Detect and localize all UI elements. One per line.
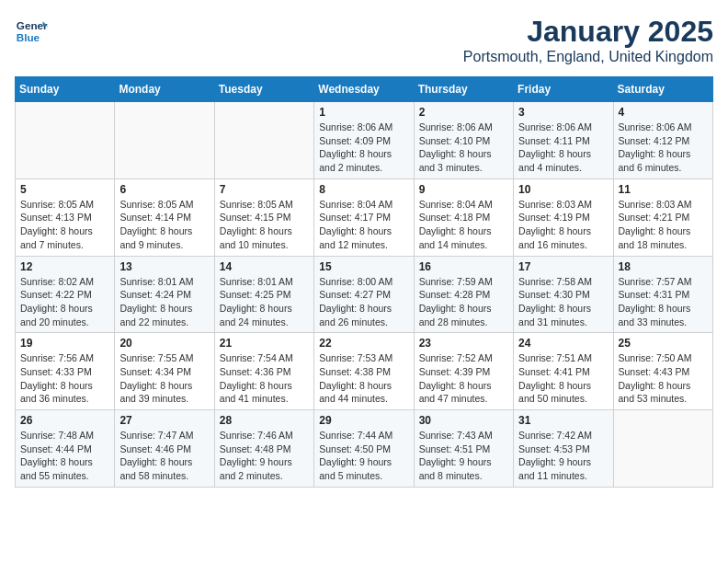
day-info: Sunrise: 8:05 AM Sunset: 4:14 PM Dayligh…	[119, 198, 209, 252]
day-info: Sunrise: 8:02 AM Sunset: 4:22 PM Dayligh…	[20, 275, 109, 329]
table-row: 1Sunrise: 8:06 AM Sunset: 4:09 PM Daylig…	[314, 102, 414, 179]
day-number: 6	[119, 183, 209, 196]
day-number: 10	[518, 183, 608, 196]
table-row: 18Sunrise: 7:57 AM Sunset: 4:31 PM Dayli…	[613, 256, 712, 333]
table-row: 24Sunrise: 7:51 AM Sunset: 4:41 PM Dayli…	[514, 333, 613, 410]
calendar-week-row: 5Sunrise: 8:05 AM Sunset: 4:13 PM Daylig…	[16, 178, 713, 256]
table-row: 14Sunrise: 8:01 AM Sunset: 4:25 PM Dayli…	[214, 256, 313, 333]
day-info: Sunrise: 7:42 AM Sunset: 4:53 PM Dayligh…	[518, 429, 608, 483]
day-number: 12	[20, 260, 109, 273]
table-row: 11Sunrise: 8:03 AM Sunset: 4:21 PM Dayli…	[613, 178, 712, 256]
day-number: 27	[119, 414, 209, 427]
table-row: 2Sunrise: 8:06 AM Sunset: 4:10 PM Daylig…	[414, 102, 513, 179]
month-title: January 2025	[463, 15, 713, 49]
day-info: Sunrise: 8:03 AM Sunset: 4:21 PM Dayligh…	[619, 198, 708, 252]
day-number: 28	[220, 414, 309, 427]
table-row: 6Sunrise: 8:05 AM Sunset: 4:14 PM Daylig…	[115, 178, 214, 256]
day-info: Sunrise: 7:53 AM Sunset: 4:38 PM Dayligh…	[319, 351, 408, 406]
day-number: 18	[619, 260, 708, 273]
day-info: Sunrise: 8:00 AM Sunset: 4:27 PM Dayligh…	[319, 275, 408, 329]
col-friday: Friday	[514, 77, 613, 102]
table-row: 31Sunrise: 7:42 AM Sunset: 4:53 PM Dayli…	[514, 410, 613, 488]
table-row: 15Sunrise: 8:00 AM Sunset: 4:27 PM Dayli…	[314, 256, 414, 333]
table-row: 4Sunrise: 8:06 AM Sunset: 4:12 PM Daylig…	[613, 102, 712, 179]
day-number: 13	[119, 260, 209, 273]
day-number: 1	[319, 106, 408, 119]
day-number: 17	[518, 260, 608, 273]
table-row: 27Sunrise: 7:47 AM Sunset: 4:46 PM Dayli…	[115, 410, 214, 488]
day-number: 19	[20, 337, 109, 350]
day-info: Sunrise: 8:04 AM Sunset: 4:18 PM Dayligh…	[419, 198, 508, 252]
calendar-table: Sunday Monday Tuesday Wednesday Thursday…	[15, 76, 713, 488]
day-number: 24	[518, 337, 608, 350]
day-number: 16	[419, 260, 508, 273]
day-info: Sunrise: 7:46 AM Sunset: 4:48 PM Dayligh…	[220, 429, 309, 483]
day-info: Sunrise: 7:52 AM Sunset: 4:39 PM Dayligh…	[419, 351, 508, 406]
day-info: Sunrise: 7:57 AM Sunset: 4:31 PM Dayligh…	[619, 275, 708, 329]
day-number: 29	[319, 414, 408, 427]
day-number: 26	[20, 414, 109, 427]
svg-text:Blue: Blue	[17, 31, 40, 43]
table-row: 17Sunrise: 7:58 AM Sunset: 4:30 PM Dayli…	[514, 256, 613, 333]
day-number: 15	[319, 260, 408, 273]
title-area: January 2025 Portsmouth, England, United…	[463, 15, 713, 65]
table-row: 12Sunrise: 8:02 AM Sunset: 4:22 PM Dayli…	[16, 256, 115, 333]
day-number: 4	[619, 106, 708, 119]
day-info: Sunrise: 7:44 AM Sunset: 4:50 PM Dayligh…	[319, 429, 408, 483]
day-number: 5	[20, 183, 109, 196]
day-number: 21	[220, 337, 309, 350]
day-info: Sunrise: 7:43 AM Sunset: 4:51 PM Dayligh…	[419, 429, 508, 483]
day-info: Sunrise: 7:56 AM Sunset: 4:33 PM Dayligh…	[20, 351, 109, 406]
table-row: 10Sunrise: 8:03 AM Sunset: 4:19 PM Dayli…	[514, 178, 613, 256]
table-row: 5Sunrise: 8:05 AM Sunset: 4:13 PM Daylig…	[16, 178, 115, 256]
day-number: 3	[518, 106, 608, 119]
logo-icon: General Blue	[15, 15, 48, 48]
day-number: 2	[419, 106, 508, 119]
calendar-header-row: Sunday Monday Tuesday Wednesday Thursday…	[16, 77, 713, 102]
calendar-week-row: 19Sunrise: 7:56 AM Sunset: 4:33 PM Dayli…	[16, 333, 713, 410]
day-number: 11	[619, 183, 708, 196]
day-number: 22	[319, 337, 408, 350]
table-row: 25Sunrise: 7:50 AM Sunset: 4:43 PM Dayli…	[613, 333, 712, 410]
table-row: 9Sunrise: 8:04 AM Sunset: 4:18 PM Daylig…	[414, 178, 513, 256]
day-info: Sunrise: 7:58 AM Sunset: 4:30 PM Dayligh…	[518, 275, 608, 329]
day-number: 7	[220, 183, 309, 196]
table-row: 8Sunrise: 8:04 AM Sunset: 4:17 PM Daylig…	[314, 178, 414, 256]
col-saturday: Saturday	[613, 77, 712, 102]
day-info: Sunrise: 8:03 AM Sunset: 4:19 PM Dayligh…	[518, 198, 608, 252]
table-row: 7Sunrise: 8:05 AM Sunset: 4:15 PM Daylig…	[214, 178, 313, 256]
table-row: 30Sunrise: 7:43 AM Sunset: 4:51 PM Dayli…	[414, 410, 513, 488]
col-wednesday: Wednesday	[314, 77, 414, 102]
logo: General Blue	[15, 15, 48, 48]
day-info: Sunrise: 7:51 AM Sunset: 4:41 PM Dayligh…	[518, 351, 608, 406]
day-info: Sunrise: 7:47 AM Sunset: 4:46 PM Dayligh…	[119, 429, 209, 483]
day-number: 23	[419, 337, 508, 350]
day-info: Sunrise: 8:04 AM Sunset: 4:17 PM Dayligh…	[319, 198, 408, 252]
calendar-week-row: 1Sunrise: 8:06 AM Sunset: 4:09 PM Daylig…	[16, 102, 713, 179]
calendar-week-row: 12Sunrise: 8:02 AM Sunset: 4:22 PM Dayli…	[16, 256, 713, 333]
day-info: Sunrise: 7:59 AM Sunset: 4:28 PM Dayligh…	[419, 275, 508, 329]
day-number: 20	[119, 337, 209, 350]
day-info: Sunrise: 7:48 AM Sunset: 4:44 PM Dayligh…	[20, 429, 109, 483]
calendar-week-row: 26Sunrise: 7:48 AM Sunset: 4:44 PM Dayli…	[16, 410, 713, 488]
col-tuesday: Tuesday	[214, 77, 313, 102]
table-row: 22Sunrise: 7:53 AM Sunset: 4:38 PM Dayli…	[314, 333, 414, 410]
day-info: Sunrise: 8:05 AM Sunset: 4:13 PM Dayligh…	[20, 198, 109, 252]
day-info: Sunrise: 8:06 AM Sunset: 4:09 PM Dayligh…	[319, 121, 408, 175]
day-number: 30	[419, 414, 508, 427]
day-number: 14	[220, 260, 309, 273]
table-row: 28Sunrise: 7:46 AM Sunset: 4:48 PM Dayli…	[214, 410, 313, 488]
day-info: Sunrise: 7:50 AM Sunset: 4:43 PM Dayligh…	[619, 351, 708, 406]
table-row: 29Sunrise: 7:44 AM Sunset: 4:50 PM Dayli…	[314, 410, 414, 488]
day-number: 25	[619, 337, 708, 350]
table-row: 16Sunrise: 7:59 AM Sunset: 4:28 PM Dayli…	[414, 256, 513, 333]
day-info: Sunrise: 8:06 AM Sunset: 4:12 PM Dayligh…	[619, 121, 708, 175]
day-number: 9	[419, 183, 508, 196]
table-row	[214, 102, 313, 179]
table-row	[115, 102, 214, 179]
table-row: 13Sunrise: 8:01 AM Sunset: 4:24 PM Dayli…	[115, 256, 214, 333]
day-info: Sunrise: 8:06 AM Sunset: 4:10 PM Dayligh…	[419, 121, 508, 175]
day-number: 8	[319, 183, 408, 196]
table-row: 26Sunrise: 7:48 AM Sunset: 4:44 PM Dayli…	[16, 410, 115, 488]
col-sunday: Sunday	[16, 77, 115, 102]
